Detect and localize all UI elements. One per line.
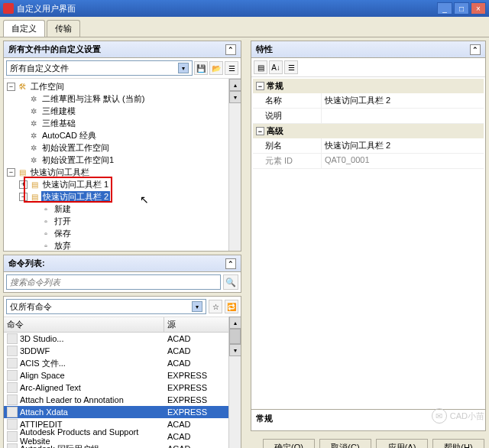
command-icon: [7, 431, 18, 442]
expand-toggle[interactable]: −: [7, 83, 15, 91]
minimize-button[interactable]: _: [437, 2, 452, 15]
gear-icon: ✲: [28, 106, 39, 116]
selected-node[interactable]: 快速访问工具栏 2: [41, 191, 110, 203]
expand-toggle[interactable]: −: [256, 82, 264, 90]
table-row[interactable]: Autodesk Products and Support WebsiteACA…: [4, 430, 228, 443]
ok-button[interactable]: 确定(O): [263, 439, 315, 448]
command-icon: ▫: [40, 203, 51, 214]
command-list-title: 命令列表:: [8, 258, 45, 269]
scroll-down-icon[interactable]: ▾: [229, 91, 241, 103]
show-description-button[interactable]: ☰: [284, 60, 298, 74]
window-titlebar: 自定义用户界面 _ □ ×: [0, 0, 489, 17]
vertical-scrollbar[interactable]: ▴ ▾: [228, 79, 241, 251]
window-title: 自定义用户界面: [17, 3, 437, 15]
command-icon: [7, 333, 18, 344]
gear-icon: ✲: [28, 130, 39, 141]
property-grid[interactable]: −常规 名称快速访问工具栏 2 说明 −高级 别名快速访问工具栏 2 元素 ID…: [251, 77, 485, 409]
table-row[interactable]: Attach Leader to AnnotationEXPRESS: [4, 394, 228, 406]
properties-panel: 特性 ⌃ ▤ A↓ ☰ −常规 名称快速访问工具栏 2 说明 −高级 别名快速访…: [251, 41, 486, 431]
save-all-button[interactable]: 💾: [194, 61, 208, 75]
table-row[interactable]: Arc-Aligned TextEXPRESS: [4, 381, 228, 394]
command-filter-combo[interactable]: 仅所有命令 ▾: [6, 299, 206, 314]
command-icon: ▫: [40, 240, 51, 251]
tab-customize[interactable]: 自定义: [3, 20, 45, 37]
command-list-panel: 命令列表: ⌃ 🔍: [3, 255, 241, 293]
watermark: ✉ CAD小苗: [432, 408, 484, 424]
command-icon: [7, 346, 18, 356]
cancel-button[interactable]: 取消(C): [319, 439, 371, 448]
expand-toggle[interactable]: −: [7, 168, 15, 177]
collapse-button[interactable]: ⌃: [225, 258, 236, 269]
chevron-down-icon: ▾: [178, 63, 189, 73]
filter-combo[interactable]: 所有自定义文件 ▾: [6, 60, 193, 76]
wechat-icon: ✉: [432, 408, 447, 424]
app-icon: [3, 3, 14, 14]
scroll-up-icon[interactable]: ▴: [229, 79, 241, 91]
expand-toggle[interactable]: +: [19, 180, 28, 189]
properties-title: 特性: [256, 44, 273, 55]
table-row[interactable]: Autodesk 国际用户组ACAD: [4, 443, 228, 448]
table-row[interactable]: ACIS 文件...ACAD: [4, 357, 228, 369]
toolbar-icon: ▤: [17, 167, 28, 177]
collapse-button[interactable]: ⌃: [470, 44, 481, 55]
table-row[interactable]: 3D Studio...ACAD: [4, 333, 228, 345]
maximize-button[interactable]: □: [454, 2, 469, 15]
command-icon: ▫: [40, 228, 51, 239]
properties-button[interactable]: ☰: [225, 61, 238, 75]
tab-transfer[interactable]: 传输: [47, 20, 80, 37]
apply-button[interactable]: 应用(A): [376, 439, 428, 448]
command-icon: [7, 370, 18, 381]
command-icon: [7, 394, 18, 405]
customization-tree[interactable]: −🛠工作空间 ✲二维草图与注释 默认 (当前) ✲三维建模 ✲三维基础 ✲Aut…: [4, 79, 228, 251]
col-command[interactable]: 命令: [4, 317, 164, 332]
col-source[interactable]: 源: [164, 317, 228, 332]
categorized-button[interactable]: ▤: [254, 60, 267, 74]
customization-title: 所有文件中的自定义设置: [8, 44, 101, 55]
commands-panel: 仅所有命令 ▾ ☆ 🔁 命令源 3D Studio...ACAD3DDWFACA…: [3, 296, 241, 448]
command-icon: [7, 407, 18, 417]
search-input[interactable]: [6, 274, 221, 290]
customization-panel: 所有文件中的自定义设置 ⌃ 所有自定义文件 ▾ 💾 📂 ☰ −🛠工作空间 ✲二维…: [3, 41, 241, 252]
folder-icon: 🛠: [17, 81, 28, 92]
table-row[interactable]: Attach XdataEXPRESS: [4, 406, 228, 418]
expand-toggle[interactable]: −: [256, 127, 264, 135]
command-icon: [7, 443, 18, 448]
splitter[interactable]: [244, 41, 248, 431]
tab-strip: 自定义 传输: [0, 17, 489, 37]
find-replace-button[interactable]: 🔁: [225, 300, 238, 313]
command-icon: ▫: [40, 216, 51, 226]
open-button[interactable]: 📂: [209, 61, 223, 75]
command-icon: [7, 382, 18, 393]
gear-icon: ✲: [28, 154, 39, 165]
help-button[interactable]: 帮助(H): [432, 439, 484, 448]
vertical-scrollbar[interactable]: ▴ ▾: [228, 317, 241, 448]
command-table[interactable]: 命令源 3D Studio...ACAD3DDWFACADACIS 文件...A…: [4, 317, 228, 448]
table-row[interactable]: Align SpaceEXPRESS: [4, 369, 228, 381]
chevron-down-icon: ▾: [192, 301, 202, 312]
expand-toggle[interactable]: −: [19, 193, 28, 201]
gear-icon: ✲: [28, 118, 39, 128]
gear-icon: ✲: [28, 93, 39, 104]
new-command-button[interactable]: ☆: [209, 300, 222, 313]
alphabetical-button[interactable]: A↓: [269, 60, 283, 74]
command-icon: [7, 358, 18, 368]
close-button[interactable]: ×: [471, 2, 486, 15]
collapse-button[interactable]: ⌃: [225, 44, 236, 55]
search-button[interactable]: 🔍: [223, 274, 238, 290]
gear-icon: ✲: [28, 142, 39, 153]
table-row[interactable]: 3DDWFACAD: [4, 345, 228, 357]
toolbar-icon: ▤: [29, 191, 40, 202]
toolbar-icon: ▤: [29, 179, 40, 190]
